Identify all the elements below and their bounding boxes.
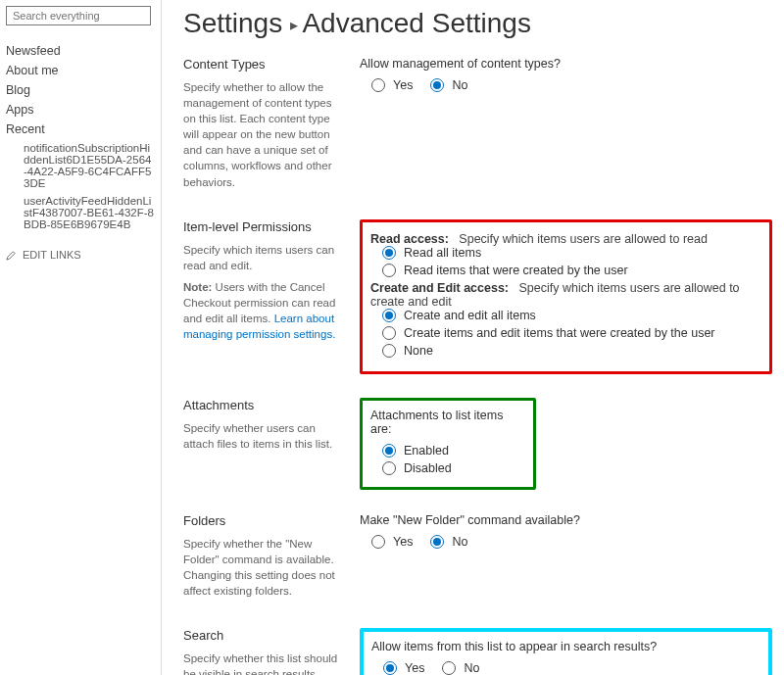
section-desc: Specify whether to allow the management … [183,79,342,190]
section-desc: Specify whether users can attach files t… [183,420,342,452]
section-heading-folders: Folders [183,513,342,528]
section-desc: Specify whether the "New Folder" command… [183,536,342,599]
fold-radio-no[interactable]: No [430,535,467,549]
sidebar-sub-item[interactable]: userActivityFeedHiddenListF4387007-BE61-… [6,192,161,233]
option-label: Yes [405,661,424,675]
fold-question: Make "New Folder" command available? [360,513,772,527]
att-radio-disabled[interactable]: Disabled [382,461,525,475]
section-heading-search: Search [183,628,342,643]
pencil-icon [6,250,17,261]
sidebar: Newsfeed About me Blog Apps Recent notif… [0,0,162,675]
radio-icon [430,535,444,549]
edit-links-button[interactable]: EDIT LINKS [6,249,161,261]
section-desc: Specify whether this list should be visi… [183,651,342,675]
read-radio-all[interactable]: Read all items [382,246,761,260]
radio-icon [382,444,396,458]
note-label: Note: [183,281,212,293]
radio-icon [442,661,456,675]
create-radio-own[interactable]: Create items and edit items that were cr… [382,326,761,340]
att-radio-enabled[interactable]: Enabled [382,444,525,458]
section-desc: Specify which items users can read and e… [183,242,342,273]
breadcrumb-sep-icon: ▸ [290,17,302,33]
option-label: Yes [393,535,413,549]
ct-radio-yes[interactable]: Yes [371,78,413,92]
read-radio-own[interactable]: Read items that were created by the user [382,264,761,277]
search-input[interactable] [11,9,150,23]
radio-icon [383,661,397,675]
permissions-panel: Read access: Specify which items users a… [360,219,772,374]
srch-radio-no[interactable]: No [442,661,479,675]
create-access-head: Create and Edit access: [370,281,509,295]
ct-question: Allow management of content types? [360,57,772,71]
section-heading-content-types: Content Types [183,57,342,72]
option-label: Disabled [404,461,452,475]
breadcrumb-current: Advanced Settings [302,8,531,38]
fold-radio-yes[interactable]: Yes [371,535,413,549]
att-question: Attachments to list items are: [370,409,525,436]
read-access-head: Read access: [370,232,449,246]
srch-question: Allow items from this list to appear in … [371,640,760,653]
sidebar-item-aboutme[interactable]: About me [6,61,161,80]
sidebar-nav: Newsfeed About me Blog Apps Recent notif… [6,41,161,233]
radio-icon [382,326,396,340]
sidebar-item-apps[interactable]: Apps [6,100,161,120]
create-radio-all[interactable]: Create and edit all items [382,309,761,322]
search-box[interactable] [6,6,151,25]
ct-radio-no[interactable]: No [430,78,467,92]
radio-icon [382,461,396,475]
option-label: Read items that were created by the user [404,264,628,277]
sidebar-item-newsfeed[interactable]: Newsfeed [6,41,161,61]
attachments-panel: Attachments to list items are: Enabled D… [360,398,536,490]
option-label: No [452,535,467,549]
edit-links-label: EDIT LINKS [23,249,81,261]
option-label: None [404,344,433,358]
option-label: Read all items [404,246,481,260]
radio-icon [382,264,396,277]
sidebar-item-recent[interactable]: Recent [6,120,161,139]
option-label: Yes [393,78,413,92]
main-content: Settings ▸ Advanced Settings Content Typ… [162,0,784,675]
radio-icon [382,246,396,260]
section-heading-attachments: Attachments [183,398,342,412]
read-access-desc: Specify which items users are allowed to… [459,232,708,246]
section-heading-permissions: Item-level Permissions [183,219,342,234]
sidebar-item-blog[interactable]: Blog [6,80,161,100]
radio-icon [371,535,385,549]
breadcrumb: Settings ▸ Advanced Settings [183,8,772,39]
option-label: Create items and edit items that were cr… [404,326,715,340]
section-note: Note: Users with the Cancel Checkout per… [183,279,342,342]
option-label: No [464,661,479,675]
option-label: Enabled [404,444,449,458]
srch-radio-yes[interactable]: Yes [383,661,424,675]
sidebar-sub-item[interactable]: notificationSubscriptionHiddenList6D1E55… [6,139,161,192]
breadcrumb-root[interactable]: Settings [183,8,282,38]
search-panel: Allow items from this list to appear in … [360,628,772,675]
option-label: No [452,78,467,92]
radio-icon [371,78,385,92]
radio-icon [430,78,444,92]
option-label: Create and edit all items [404,309,536,322]
create-radio-none[interactable]: None [382,344,761,358]
radio-icon [382,309,396,322]
radio-icon [382,344,396,358]
